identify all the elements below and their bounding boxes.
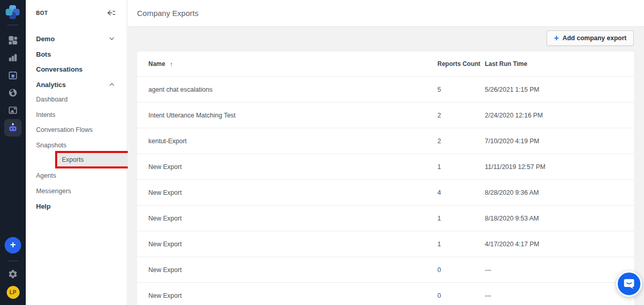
sidebar-item-label: Conversation Flows: [36, 126, 93, 133]
sort-asc-icon: ↑: [170, 61, 173, 67]
table-header-row: Name ↑ Reports Count Last Run Time: [137, 52, 634, 76]
sidebar-item-label: Messengers: [36, 188, 71, 195]
sidebar-item-conversations[interactable]: Conversations: [26, 63, 127, 75]
plus-icon: +: [554, 34, 558, 42]
cell-name: kentut-Export: [148, 138, 437, 145]
table-row[interactable]: agent chat escalations 5 5/26/2021 1:15 …: [137, 76, 634, 102]
cell-reports-count: 1: [437, 241, 485, 248]
rail-divider: [7, 25, 19, 25]
sidebar-item-label: Demo: [36, 35, 55, 43]
cell-name: New Export: [148, 215, 437, 222]
brand-logo-icon[interactable]: [6, 5, 20, 20]
sidebar-item-analytics[interactable]: Analytics: [26, 79, 127, 90]
sidebar-title: BOT: [36, 10, 48, 16]
settings-gear-icon[interactable]: [8, 266, 18, 282]
sidebar-item-label: Snapshots: [36, 142, 66, 149]
cell-last-run-time: 4/17/2020 4:17 PM: [485, 241, 634, 248]
table-row[interactable]: New Export 4 8/28/2020 9:36 AM: [137, 179, 634, 205]
table-row[interactable]: New Export 1 4/17/2020 4:17 PM: [137, 231, 634, 257]
add-button-label: Add company export: [563, 35, 626, 42]
cell-name: New Export: [148, 189, 437, 196]
cell-reports-count: 4: [437, 189, 485, 196]
cell-last-run-time: 2/24/2020 12:16 PM: [485, 112, 634, 119]
cell-last-run-time: 11/11/2019 12:57 PM: [485, 163, 634, 171]
sidebar-item-dashboard[interactable]: Dashboard: [26, 94, 127, 105]
page-title: Company Exports: [137, 9, 198, 18]
cell-last-run-time: 7/10/2020 4:19 PM: [485, 138, 634, 145]
column-header-last-run-time[interactable]: Last Run Time: [485, 60, 634, 67]
cell-name: New Export: [148, 266, 437, 274]
app-window: 7: [0, 0, 644, 305]
sidebar-item-messengers[interactable]: Messengers: [26, 185, 127, 197]
sidebar-item-bots[interactable]: Bots: [26, 48, 127, 60]
sidebar-item-label: Intents: [36, 111, 56, 118]
cell-name: agent chat escalations: [148, 86, 437, 93]
table-row[interactable]: New Export 0 ---: [137, 282, 634, 305]
bar-chart-icon[interactable]: [0, 49, 26, 66]
table-row[interactable]: kentut-Export 2 7/10/2020 4:19 PM: [137, 128, 634, 154]
sidebar-item-conversation-flows[interactable]: Conversation Flows: [26, 124, 127, 135]
icon-rail: 7: [0, 0, 26, 305]
sidebar-item-label: Exports: [62, 156, 83, 163]
cell-last-run-time: 8/28/2020 9:36 AM: [485, 189, 634, 196]
rail-divider: [7, 261, 19, 261]
bots-nav-active[interactable]: [0, 119, 26, 137]
dashboard-grid-icon[interactable]: [0, 31, 26, 49]
cell-last-run-time: ---: [485, 292, 634, 299]
svg-text:7: 7: [12, 75, 13, 78]
column-header-reports-count[interactable]: Reports Count: [437, 60, 485, 67]
cell-name: New Export: [148, 292, 437, 299]
sidebar-item-demo[interactable]: Demo: [26, 33, 127, 44]
cell-reports-count: 0: [437, 266, 485, 274]
collapse-sidebar-icon[interactable]: [107, 10, 115, 19]
contact-circle-icon[interactable]: [0, 84, 26, 101]
cell-reports-count: 5: [437, 86, 485, 93]
cell-reports-count: 1: [437, 163, 485, 171]
cell-name: Intent Utterance Matching Test: [148, 112, 437, 119]
cell-last-run-time: 5/26/2021 1:15 PM: [485, 86, 634, 93]
rail-bottom-cluster: + LP: [5, 237, 21, 305]
sidebar-item-label: Dashboard: [36, 96, 67, 103]
cell-last-run-time: 8/18/2020 9:53 AM: [485, 215, 634, 222]
table-row[interactable]: Intent Utterance Matching Test 2 2/24/20…: [137, 102, 634, 128]
sidebar-item-label: Agents: [36, 172, 56, 179]
image-icon[interactable]: [0, 101, 26, 119]
exports-table: Name ↑ Reports Count Last Run Time agent…: [137, 52, 634, 305]
active-icon-background: [4, 119, 22, 137]
calendar-7-icon[interactable]: 7: [0, 66, 26, 84]
cell-reports-count: 0: [437, 292, 485, 299]
chevron-down-icon: [109, 37, 114, 40]
cell-last-run-time: ---: [485, 266, 634, 274]
sidebar-item-snapshots[interactable]: Snapshots: [26, 140, 127, 151]
column-header-name[interactable]: Name ↑: [148, 60, 437, 67]
sidebar-item-help[interactable]: Help: [26, 200, 127, 212]
cell-name: New Export: [148, 241, 437, 248]
chevron-up-icon: [109, 83, 114, 86]
cell-reports-count: 1: [437, 215, 485, 222]
sidebar-item-label: Analytics: [36, 81, 66, 89]
add-fab-button[interactable]: +: [5, 237, 21, 253]
cell-name: New Export: [148, 163, 437, 171]
add-company-export-button[interactable]: + Add company export: [547, 30, 634, 46]
sidebar-item-intents[interactable]: Intents: [26, 109, 127, 121]
table-row[interactable]: New Export 0 ---: [137, 257, 634, 282]
main-content: Company Exports + Add company export Nam…: [128, 0, 644, 305]
sidebar-item-label: Help: [36, 202, 50, 210]
sidebar-item-label: Bots: [36, 50, 51, 58]
robot-icon: [7, 122, 19, 133]
chat-launcher-button[interactable]: [616, 271, 642, 297]
cell-reports-count: 2: [437, 112, 485, 119]
sidebar-item-label: Conversations: [36, 65, 82, 73]
user-avatar[interactable]: LP: [7, 286, 20, 299]
sidebar-item-agents[interactable]: Agents: [26, 170, 127, 181]
chat-bubble-icon: [622, 277, 636, 291]
table-row[interactable]: New Export 1 8/18/2020 9:53 AM: [137, 205, 634, 231]
table-row[interactable]: New Export 1 11/11/2019 12:57 PM: [137, 154, 634, 179]
cell-reports-count: 2: [437, 138, 485, 145]
sidebar: BOT Demo Bots Conversations Analytics Da…: [26, 0, 127, 305]
page-header: Company Exports: [128, 0, 644, 27]
